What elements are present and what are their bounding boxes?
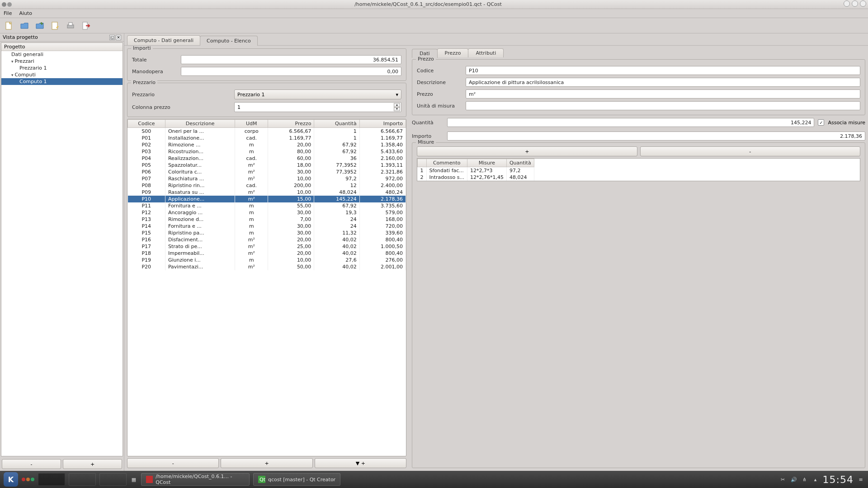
svg-rect-1 — [52, 22, 57, 29]
misure-group: Misure + - CommentoMisureQuantità 1Sfond… — [412, 142, 865, 468]
menu-file[interactable]: File — [4, 10, 12, 16]
svg-rect-5 — [146, 476, 153, 483]
task-qtcreator[interactable]: Qt qcost [master] - Qt Creator — [253, 473, 340, 486]
tree-node-prezzario-1[interactable]: Prezzario 1 — [1, 65, 123, 71]
activity-dots[interactable] — [22, 478, 34, 481]
tree-minus-button[interactable]: - — [2, 459, 61, 469]
table-row[interactable]: P14Fornitura e ...m30,0024720,00 — [128, 223, 406, 230]
importi-group: Importi Totale 36.854,51 Manodopera 0,00 — [127, 48, 406, 81]
udm-field[interactable] — [466, 101, 860, 110]
main-tabs: Computo - Dati generali Computo - Elenco — [124, 33, 868, 46]
colonna-prezzo-label: Colonna prezzo — [132, 104, 177, 110]
volume-icon[interactable]: 🔊 — [790, 476, 797, 483]
table-row[interactable]: P15Ripristino pa...m30,0011,32339,60 — [128, 230, 406, 236]
tray-expand-icon[interactable]: ▴ — [812, 476, 819, 483]
open-icon[interactable] — [19, 20, 30, 31]
dock-float-icon[interactable]: ◱ — [109, 35, 115, 40]
computo-table[interactable]: Codice Descrizione UdM Prezzo Quantità I… — [127, 119, 406, 456]
detail-tabs: Dati Prezzo Attributi — [412, 48, 865, 57]
toolbar — [0, 18, 868, 33]
menu-help[interactable]: Aiuto — [19, 10, 32, 16]
table-row[interactable]: P11Fornitura e ...m55,0067,923.735,60 — [128, 202, 406, 209]
table-row[interactable]: P01Installazione...cad.1.169,7711.169,77 — [128, 135, 406, 141]
clipboard-icon[interactable]: ✂ — [779, 476, 787, 483]
spin-down-icon[interactable]: ▾ — [394, 107, 400, 111]
tab-dati-generali[interactable]: Computo - Dati generali — [127, 35, 200, 45]
notifications-icon[interactable]: ≡ — [857, 476, 864, 483]
tree-plus-button[interactable]: + — [63, 459, 122, 469]
row-plus-button[interactable]: + — [221, 458, 312, 468]
tree-node-computo-1[interactable]: Computo 1 — [1, 78, 123, 85]
table-row[interactable]: P18Impermeabil...m²20,0040,02800,40 — [128, 250, 406, 257]
importo-field: 2.178,36 — [447, 131, 865, 141]
prezzo-field[interactable]: m² — [466, 89, 860, 99]
tab-attributi[interactable]: Attributi — [468, 48, 504, 57]
row-downplus-button[interactable]: ▼ + — [315, 458, 406, 468]
pager-1[interactable] — [38, 473, 65, 486]
network-icon[interactable]: ⋔ — [801, 476, 808, 483]
table-row[interactable]: P02Rimozione ...m20,0067,921.358,40 — [128, 141, 406, 148]
table-row[interactable]: P04Realizzazion...cad.60,00362.160,00 — [128, 155, 406, 162]
codice-field[interactable]: P10 — [466, 66, 860, 75]
window-controls[interactable] — [842, 0, 866, 8]
pager-3[interactable] — [99, 473, 127, 486]
associa-misure-label: Associa misure — [828, 120, 865, 126]
misure-minus-button[interactable]: - — [640, 146, 861, 156]
svg-text:Qt: Qt — [259, 477, 265, 483]
tree-node-computi[interactable]: Computi — [1, 71, 123, 78]
table-row[interactable]: S00Oneri per la ...corpo6.566,6716.566,6… — [128, 128, 406, 135]
tree-node-dati-generali[interactable]: Dati generali — [1, 51, 123, 58]
print-icon[interactable] — [65, 20, 76, 31]
misure-table[interactable]: CommentoMisureQuantità 1Sfondati fac...1… — [417, 158, 860, 181]
table-row[interactable]: P13Rimozione d...m7,0024168,00 — [128, 216, 406, 223]
window-menu-icons — [2, 2, 12, 7]
table-row[interactable]: P03Ricostruzion...m80,0067,925.433,60 — [128, 148, 406, 155]
dock-title: Vista progetto ◱ ✕ — [0, 33, 124, 42]
tab-elenco[interactable]: Computo - Elenco — [200, 36, 258, 46]
misure-row: 1Sfondati fac...12*2,7*397,2 — [418, 167, 534, 174]
prezzario-label: Prezzario — [132, 92, 177, 98]
table-row[interactable]: P06Coloritura c...m²30,0077,39522.321,86 — [128, 169, 406, 175]
misure-row: 2Intradosso s...12*2,76*1,4548,024 — [418, 174, 534, 181]
table-row[interactable]: P12Ancoraggio ...m30,0019,3579,00 — [128, 209, 406, 216]
associa-misure-checkbox[interactable] — [818, 119, 824, 126]
clock[interactable]: 15:54 — [823, 474, 854, 485]
manodopera-field: 0,00 — [181, 67, 401, 76]
save-icon[interactable] — [34, 20, 45, 31]
chevron-down-icon: ▾ — [396, 92, 398, 98]
spin-up-icon[interactable]: ▴ — [394, 103, 400, 107]
table-row[interactable]: P20Pavimentazi...m²50,0040,022.001,00 — [128, 263, 406, 270]
table-row[interactable]: P19Giunzione i...m10,0027,6276,00 — [128, 257, 406, 263]
table-row[interactable]: P17Strato di pe...m²25,0040,021.000,50 — [128, 243, 406, 250]
table-row[interactable]: P08Ripristino rin...cad.200,00122.400,00 — [128, 182, 406, 189]
show-desktop-icon[interactable]: ▦ — [130, 476, 137, 483]
table-row[interactable]: P16Disfaciment...m²20,0040,02800,40 — [128, 236, 406, 243]
task-qcost[interactable]: /home/mickele/QCost_0.6.1... - QCost — [141, 473, 250, 486]
window-title: /home/mickele/QCost_0.6.1_src/doc/esempi… — [14, 1, 842, 7]
tab-prezzo[interactable]: Prezzo — [437, 48, 469, 57]
taskbar: K ▦ /home/mickele/QCost_0.6.1... - QCost… — [0, 471, 868, 488]
exit-icon[interactable] — [80, 20, 91, 31]
kde-start-icon[interactable]: K — [4, 472, 18, 487]
tree-header: Progetto — [1, 43, 123, 51]
project-tree[interactable]: Progetto Dati generali Prezzari Prezzari… — [1, 42, 123, 456]
pager-2[interactable] — [69, 473, 96, 486]
prezzario-select[interactable]: Prezzario 1 ▾ — [234, 89, 401, 99]
row-minus-button[interactable]: - — [127, 458, 219, 468]
table-row[interactable]: P10Applicazione...m²15,00145,2242.178,36 — [128, 196, 406, 202]
prezzario-group: Prezzario Prezzario Prezzario 1 ▾ Colonn… — [127, 83, 406, 117]
menubar: File Aiuto — [0, 9, 868, 18]
manodopera-label: Manodopera — [132, 69, 177, 75]
new-icon[interactable] — [4, 20, 14, 31]
totale-label: Totale — [132, 57, 177, 63]
tree-node-prezzari[interactable]: Prezzari — [1, 58, 123, 65]
colonna-prezzo-spin[interactable]: 1 ▴▾ — [234, 102, 401, 112]
saveas-icon[interactable] — [50, 20, 61, 31]
descrizione-field[interactable]: Applicazione di pittura acrilsilossanica — [466, 78, 860, 87]
dock-close-icon[interactable]: ✕ — [116, 35, 121, 40]
table-row[interactable]: P05Spazzolatur...m²18,0077,39521.393,11 — [128, 162, 406, 169]
table-row[interactable]: P07Raschiatura ...m²10,0097,2972,00 — [128, 175, 406, 182]
quantita-field[interactable]: 145,224 — [447, 118, 814, 127]
misure-plus-button[interactable]: + — [417, 146, 637, 156]
table-row[interactable]: P09Rasatura su ...m²10,0048,024480,24 — [128, 189, 406, 196]
